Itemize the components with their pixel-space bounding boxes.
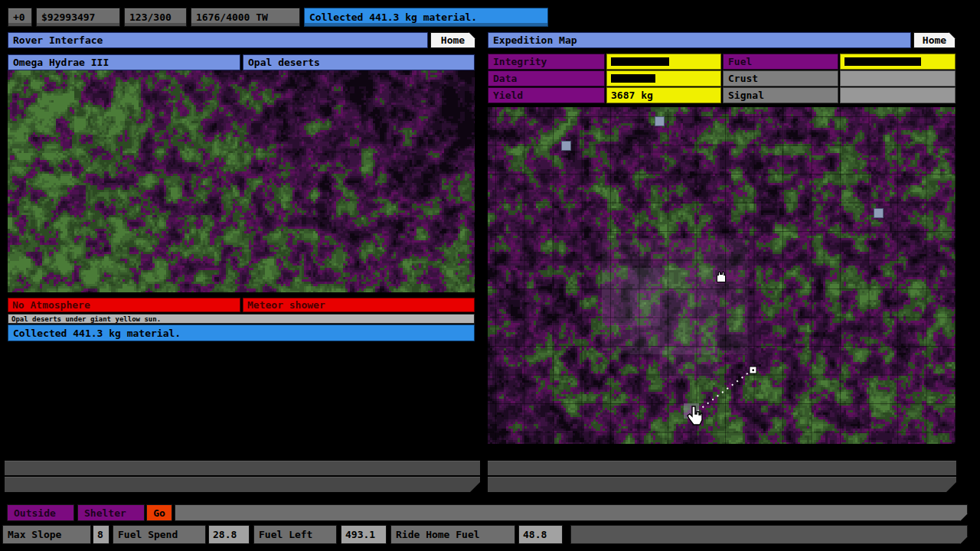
stat-label-signal: Signal xyxy=(723,87,838,103)
rover-log-bar-2 xyxy=(5,477,480,492)
biome-description: Opal deserts under giant yellow sun. xyxy=(8,314,475,324)
fuel-fill xyxy=(844,57,921,66)
stat-label-integrity: Integrity xyxy=(488,54,605,70)
ride-home-fuel-label: Ride Home Fuel xyxy=(390,525,515,544)
stat-value-yield: 3687 kg xyxy=(606,87,721,103)
max-slope-label: Max Slope xyxy=(2,525,91,544)
stat-bar-data xyxy=(606,70,721,86)
map-marker-structure-1[interactable] xyxy=(655,116,665,126)
stat-value-crust xyxy=(840,70,956,86)
ride-home-fuel-value: 48.8 xyxy=(518,525,563,544)
resource-delta: +0 xyxy=(8,8,32,27)
rover-panel-title: Rover Interface xyxy=(8,32,428,48)
max-slope-value: 8 xyxy=(93,525,109,544)
outside-button[interactable]: Outside xyxy=(7,504,74,521)
planet-name: Omega Hydrae III xyxy=(8,54,240,70)
alert-meteor-shower: Meteor shower xyxy=(243,298,475,312)
data-fill xyxy=(611,74,655,83)
bottom-toolbar-filler xyxy=(175,504,968,521)
fuel-spend-label: Fuel Spend xyxy=(113,525,206,544)
stat-label-fuel: Fuel xyxy=(723,54,838,70)
shelter-button[interactable]: Shelter xyxy=(77,504,145,521)
map-panel-title: Expedition Map xyxy=(488,32,911,48)
rover-status-message: Collected 441.3 kg material. xyxy=(8,324,475,341)
resource-power: 1676/4000 TW xyxy=(191,8,300,27)
rover-log-bar-1 xyxy=(5,461,480,475)
map-marker-structure-2[interactable] xyxy=(561,141,571,151)
stat-bar-fuel xyxy=(840,54,956,70)
map-home-button[interactable]: Home xyxy=(913,32,956,48)
stat-value-signal xyxy=(840,87,956,103)
fuel-left-label: Fuel Left xyxy=(253,525,337,544)
hand-cursor-icon xyxy=(687,406,704,427)
rover-home-button[interactable]: Home xyxy=(430,32,475,48)
map-log-bar-2 xyxy=(488,477,956,492)
bottom-stats-filler xyxy=(570,525,968,544)
alert-no-atmosphere: No Atmosphere xyxy=(8,298,240,312)
map-log-bar-1 xyxy=(488,461,956,475)
integrity-fill xyxy=(611,57,669,66)
resource-credits: $92993497 xyxy=(36,8,120,27)
fuel-left-value: 493.1 xyxy=(341,525,387,544)
rover-terrain-view xyxy=(8,70,475,292)
biome-name: Opal deserts xyxy=(243,54,475,70)
map-marker-structure-3[interactable] xyxy=(874,208,884,218)
stat-label-crust: Crust xyxy=(723,70,838,86)
stat-label-data: Data xyxy=(488,70,605,86)
resource-inventory: 123/300 xyxy=(124,8,187,27)
game-screen: +0 $92993497 123/300 1676/4000 TW Collec… xyxy=(0,0,980,551)
go-button[interactable]: Go xyxy=(146,504,172,521)
stat-label-yield: Yield xyxy=(488,87,605,103)
fuel-spend-value: 28.8 xyxy=(208,525,250,544)
rover-icon[interactable] xyxy=(715,272,727,284)
stat-bar-integrity xyxy=(606,54,721,70)
top-status-message: Collected 441.3 kg material. xyxy=(304,8,548,27)
